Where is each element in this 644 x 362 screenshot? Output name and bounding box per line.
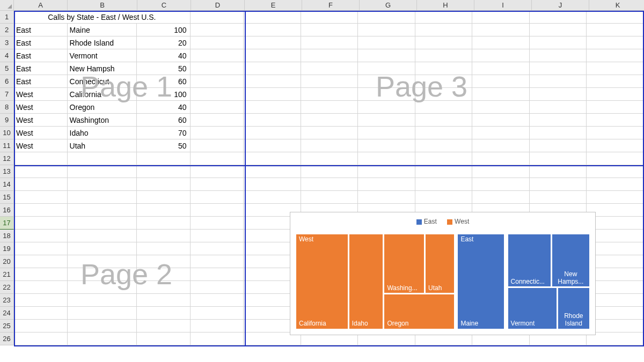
cell-G10[interactable] [358,127,415,139]
cell-A25[interactable] [14,320,68,333]
row-header-2[interactable]: 2 [0,24,14,36]
select-all-corner[interactable] [0,0,14,11]
cell-F10[interactable] [301,127,358,139]
cell-K6[interactable] [587,75,644,88]
tm-west-utah[interactable]: Utah [425,234,455,294]
cell-I15[interactable] [472,191,530,204]
row-header-23[interactable]: 23 [0,294,14,307]
cell-A15[interactable] [14,191,68,204]
cell-H10[interactable] [415,127,473,139]
cell-E9[interactable] [244,114,301,127]
cell-B6[interactable]: Connecticut [68,75,137,88]
cell-D8[interactable] [191,101,244,114]
cell-G11[interactable] [358,139,415,152]
cell-J6[interactable] [530,75,587,88]
cell-A12[interactable] [14,152,68,165]
cell-B23[interactable] [68,294,137,307]
col-header-k[interactable]: K [589,0,644,11]
cell-F2[interactable] [301,24,358,36]
cell-H9[interactable] [415,114,473,127]
cell-C4[interactable]: 40 [137,49,191,62]
cell-K9[interactable] [587,114,644,127]
cell-A21[interactable] [14,268,68,281]
cell-K10[interactable] [587,127,644,139]
row-header-1[interactable]: 1 [0,11,14,24]
cell-E11[interactable] [244,139,301,152]
cell-J1[interactable] [530,11,587,24]
cell-C22[interactable] [137,281,191,294]
cell-D2[interactable] [191,24,244,36]
cell-B7[interactable]: California [68,88,137,101]
cell-J12[interactable] [530,152,587,165]
cell-K7[interactable] [587,88,644,101]
cell-A14[interactable] [14,178,68,191]
col-header-d[interactable]: D [191,0,245,11]
cell-F13[interactable] [301,165,358,178]
cell-H1[interactable] [415,11,473,24]
row-header-20[interactable]: 20 [0,255,14,268]
cell-J8[interactable] [530,101,587,114]
cell-H14[interactable] [415,178,473,191]
cell-I8[interactable] [472,101,530,114]
cell-B25[interactable] [68,320,137,333]
cell-I11[interactable] [472,139,530,152]
cell-H7[interactable] [415,88,473,101]
cell-J7[interactable] [530,88,587,101]
cell-D19[interactable] [191,242,244,255]
cell-A22[interactable] [14,281,68,294]
cell-I1[interactable] [472,11,530,24]
cell-G4[interactable] [358,49,415,62]
cell-F6[interactable] [301,75,358,88]
cell-E8[interactable] [244,101,301,114]
cell-G1[interactable] [358,11,415,24]
cell-I12[interactable] [472,152,530,165]
row-header-21[interactable]: 21 [0,268,14,281]
cell-D13[interactable] [191,165,244,178]
col-header-e[interactable]: E [245,0,302,11]
row-header-22[interactable]: 22 [0,281,14,294]
cell-A9[interactable]: West [14,114,68,127]
cell-E4[interactable] [244,49,301,62]
cell-D1[interactable] [191,11,244,24]
cell-C19[interactable] [137,242,191,255]
cell-A5[interactable]: East [14,62,68,75]
cell-H15[interactable] [415,191,473,204]
cell-J13[interactable] [530,165,587,178]
cell-B19[interactable] [68,242,137,255]
cell-F12[interactable] [301,152,358,165]
cell-B4[interactable]: Vermont [68,49,137,62]
cell-A24[interactable] [14,307,68,320]
cell-J15[interactable] [530,191,587,204]
cell-E3[interactable] [244,36,301,49]
cell-E1[interactable] [244,11,301,24]
tm-west-oregon[interactable]: Oregon [384,294,455,329]
row-header-9[interactable]: 9 [0,114,14,127]
cell-D4[interactable] [191,49,244,62]
cell-K4[interactable] [587,49,644,62]
cell-G6[interactable] [358,75,415,88]
cell-I10[interactable] [472,127,530,139]
cell-B14[interactable] [68,178,137,191]
cell-D3[interactable] [191,36,244,49]
cell-K1[interactable] [587,11,644,24]
row-header-8[interactable]: 8 [0,101,14,114]
cell-A23[interactable] [14,294,68,307]
cell-B20[interactable] [68,255,137,268]
cell-D22[interactable] [191,281,244,294]
cell-B11[interactable]: Utah [68,139,137,152]
cell-C26[interactable] [137,333,191,345]
cell-I9[interactable] [472,114,530,127]
cell-C5[interactable]: 50 [137,62,191,75]
cell-J14[interactable] [530,178,587,191]
row-header-11[interactable]: 11 [0,139,14,152]
cell-G13[interactable] [358,165,415,178]
tm-east-newhampshire[interactable]: New Hamps... [552,234,590,287]
cell-K2[interactable] [587,24,644,36]
cell-I13[interactable] [472,165,530,178]
col-header-j[interactable]: J [532,0,589,11]
cell-D24[interactable] [191,307,244,320]
row-header-7[interactable]: 7 [0,88,14,101]
cell-E15[interactable] [244,191,301,204]
cell-I3[interactable] [472,36,530,49]
cell-C23[interactable] [137,294,191,307]
